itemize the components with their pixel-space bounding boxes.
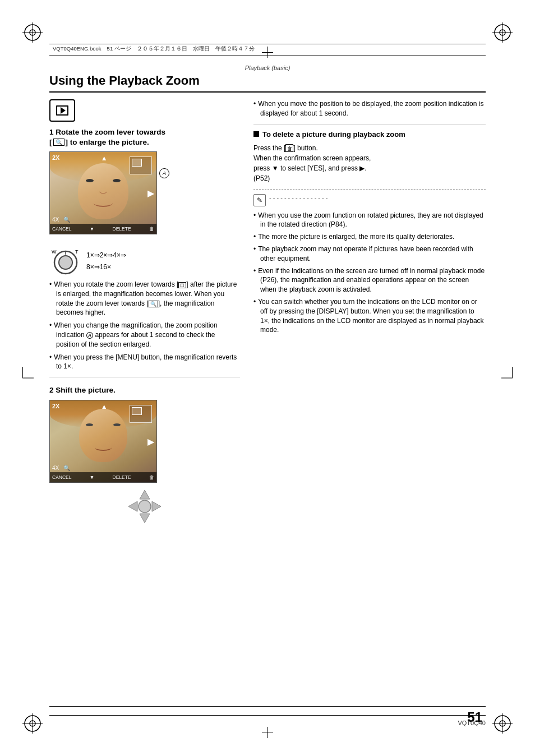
- camera-screen-2: 2X ▶ ▲ 4X 🔍 CANCEL ▼: [49, 400, 157, 483]
- screen2-4x-label: 4X: [52, 465, 59, 471]
- reg-mark-mr-v: [512, 367, 513, 378]
- camera-screen-1: 2X ▶ ▲ 4X 🔍 CANCEL ▼ D: [49, 151, 157, 234]
- footer-line: [49, 715, 486, 716]
- screen2-bottom-bar: CANCEL ▼ DELETE 🗑: [50, 472, 156, 482]
- reg-mark-mr: [501, 378, 513, 379]
- right-intro-bullets: When you move the position to be display…: [253, 99, 486, 118]
- reg-mark-bl: [22, 713, 43, 734]
- step1-bullet-1: When you rotate the zoom lever towards […: [49, 280, 240, 317]
- screen2-nav-right: ▶: [147, 436, 154, 446]
- step1-heading: 1 Rotate the zoom lever towards [🔍] to e…: [49, 127, 240, 147]
- screen2-trash-icon: 🗑: [149, 474, 154, 480]
- svg-text:W: W: [52, 249, 57, 255]
- screen1-trash-icon: 🗑: [149, 226, 154, 232]
- svg-marker-23: [128, 501, 137, 511]
- step1-bullet-2: When you change the magnification, the z…: [49, 321, 240, 349]
- right-bullet-1: When you use the zoom function on rotate…: [253, 211, 486, 230]
- right-bullet-2: The more the picture is enlarged, the mo…: [253, 232, 486, 242]
- portrait-smile: [94, 199, 113, 207]
- portrait-face: [78, 163, 128, 219]
- svg-marker-21: [140, 490, 150, 499]
- screen1-4x-label: 4X: [52, 216, 59, 223]
- right-column: When you move the position to be display…: [253, 99, 486, 524]
- delete-section-heading: To delete a picture during playback zoom: [253, 130, 486, 139]
- zoom-lever-svg: W T: [49, 246, 82, 275]
- step1-bullets: When you rotate the zoom lever towards […: [49, 280, 240, 371]
- portrait2-face: [79, 409, 127, 462]
- screen2-nav-down: ▼: [90, 474, 94, 480]
- screen2-cancel: CANCEL: [52, 474, 71, 480]
- divider-1: [49, 377, 240, 377]
- screen2-nav-up: ▲: [101, 403, 108, 411]
- page-code: VQT0Q40: [458, 720, 486, 726]
- note-box: ✎ - - - - - - - - - - - - - - - -: [253, 189, 486, 206]
- screen1-nav-right: ▶: [147, 188, 154, 199]
- note-icon: ✎: [253, 194, 266, 206]
- reg-mark-ml: [22, 378, 34, 379]
- portrait-eye-right: [113, 179, 121, 182]
- screen1-cancel: CANCEL: [52, 226, 71, 232]
- screen1-nav-up: ▲: [101, 154, 108, 162]
- black-square-icon: [253, 131, 259, 137]
- header-bottom-line: [49, 56, 486, 56]
- playback-icon-container: [49, 99, 240, 122]
- screen2-delete: DELETE: [113, 474, 131, 480]
- dpad-svg: [127, 489, 162, 524]
- note-dashes: - - - - - - - - - - - - - - - -: [269, 194, 328, 206]
- marker-a: A: [159, 168, 169, 178]
- reg-mark-ml-v: [22, 367, 23, 378]
- reg-mark-tr: [492, 22, 513, 43]
- page-subtitle: Playback (basic): [49, 64, 486, 71]
- screen1-2x-label: 2X: [52, 154, 59, 161]
- playback-mode-icon: [49, 99, 75, 122]
- right-bullet-3: The playback zoom may not operate if pic…: [253, 245, 486, 264]
- screen1-bottom-bar: CANCEL ▼ DELETE 🗑: [50, 224, 156, 234]
- screen2-magnifier: 🔍: [63, 465, 70, 471]
- right-divider-1: [253, 124, 486, 125]
- right-intro-bullet: When you move the position to be display…: [253, 99, 486, 118]
- step1-bullet-3: When you press the [MENU] button, the ma…: [49, 353, 240, 372]
- screen1-nav-down: ▼: [90, 226, 94, 232]
- page-title: Using the Playback Zoom: [49, 73, 486, 93]
- screen1-magnifier-icon: 🔍: [63, 216, 70, 223]
- portrait2-eye-right: [113, 423, 121, 426]
- delete-heading-text: To delete a picture during playback zoom: [262, 130, 405, 139]
- svg-point-25: [139, 500, 151, 513]
- playback-icon-inner: [56, 105, 68, 116]
- step2-section: 2 Shift the picture.: [49, 385, 240, 524]
- svg-text:T: T: [75, 249, 79, 255]
- page-content: Playback (basic) Using the Playback Zoom…: [49, 64, 486, 706]
- camera-screen-2-wrapper: 2X ▶ ▲ 4X 🔍 CANCEL ▼: [49, 400, 157, 483]
- zoom-steps: 1×⇒2×⇒4×⇒8×⇒16×: [86, 250, 126, 273]
- reg-mark-bc-v: [268, 727, 268, 738]
- header-text: VQT0Q40ENG.book 51 ページ ２０５年２月１６日 水曜日 午後２…: [49, 44, 486, 54]
- right-bullet-5: You can switch whether you turn the indi…: [253, 297, 486, 335]
- mini-map-inner-2: [132, 407, 142, 415]
- delete-section-body: Press the [🗑] button. When the confirmat…: [253, 143, 486, 183]
- reg-mark-tl: [22, 22, 43, 43]
- reg-mark-br: [492, 713, 513, 734]
- step1-num: 1: [49, 128, 56, 136]
- portrait-eye-left: [86, 179, 94, 182]
- mini-map-1: [130, 156, 152, 174]
- main-content: 1 Rotate the zoom lever towards [🔍] to e…: [49, 99, 486, 524]
- left-column: 1 Rotate the zoom lever towards [🔍] to e…: [49, 99, 240, 524]
- mini-map-inner-1: [132, 159, 142, 167]
- play-triangle: [61, 107, 66, 114]
- svg-point-17: [59, 256, 72, 269]
- mini-map-2: [130, 405, 152, 423]
- dpad-container: [49, 489, 240, 524]
- trash-icon: 🗑: [285, 144, 293, 152]
- screen1-delete: DELETE: [113, 226, 131, 232]
- page-footer: 51 VQT0Q40: [49, 706, 486, 725]
- portrait2-smile: [95, 444, 112, 451]
- step2-heading: 2 Shift the picture.: [49, 385, 240, 395]
- zoom-lever-icon: W T: [49, 246, 82, 276]
- portrait2-eye-left: [86, 423, 93, 426]
- delete-ref: (P52): [253, 174, 270, 182]
- portrait-nose: [99, 188, 107, 193]
- right-bullet-4: Even if the indications on the screen ar…: [253, 266, 486, 294]
- zoom-diagram: W T 1×⇒2×⇒4×⇒8×⇒16×: [49, 246, 240, 276]
- right-bullets: When you use the zoom function on rotate…: [253, 211, 486, 335]
- screen2-2x-label: 2X: [52, 403, 59, 409]
